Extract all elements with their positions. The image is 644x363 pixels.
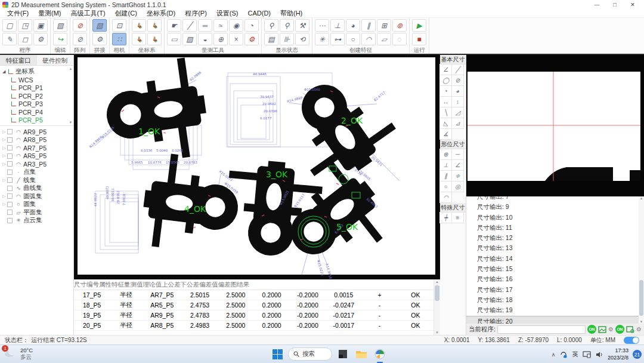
create-parallel-icon[interactable]: ∥ bbox=[361, 19, 376, 32]
open-program-icon[interactable]: ◳ bbox=[18, 19, 32, 32]
report-settings-icon[interactable]: ⚙ bbox=[636, 326, 642, 333]
table-row[interactable]: 19_P5 半径 AR9_P5 2.4783 2.5000 0.2000 -0.… bbox=[74, 310, 434, 321]
tree-item-ar9-p5[interactable]: ▷ ◠ AR9_P5 bbox=[0, 128, 73, 136]
expand-arrow-icon[interactable]: ▷ bbox=[1, 194, 7, 199]
tree-item-point-set[interactable]: · 点集 bbox=[0, 168, 73, 177]
task-view-icon[interactable] bbox=[335, 346, 351, 362]
measure-rect-icon[interactable]: ▭ bbox=[167, 33, 181, 45]
taskbar-clock[interactable]: 17:33 2023/2/8 bbox=[608, 347, 628, 361]
gd-angularity-icon[interactable]: ∠ bbox=[451, 159, 464, 171]
table-header-cell[interactable]: 偏差值 bbox=[199, 281, 218, 289]
expand-arrow-icon[interactable]: ▷ bbox=[1, 130, 7, 134]
coordsys-offset-icon[interactable]: ↳ bbox=[132, 33, 146, 45]
dim-width-h-icon[interactable]: ↔ bbox=[439, 96, 452, 107]
stitch-image-icon[interactable]: ▧ bbox=[92, 19, 107, 32]
tree-item-ar8-p5[interactable]: ▷ ◠ AR8_P5 bbox=[0, 136, 73, 144]
view-3d-icon[interactable]: ⟲ bbox=[295, 33, 309, 45]
output-list-item[interactable]: 尺寸输出: 10 bbox=[477, 213, 644, 223]
close-button[interactable]: ✕ bbox=[624, 0, 642, 9]
gd-roundness-icon[interactable]: ○ bbox=[439, 181, 452, 192]
probe-visibility-icon[interactable]: ⚲ bbox=[264, 19, 278, 32]
run-button[interactable]: ▶ bbox=[412, 19, 426, 32]
visibility-checkbox[interactable] bbox=[7, 202, 13, 207]
maximize-button[interactable]: □ bbox=[606, 0, 624, 9]
dim-angle3-icon[interactable]: ⊿ bbox=[451, 118, 464, 129]
visibility-checkbox[interactable] bbox=[7, 218, 13, 223]
coordsys-edit-icon[interactable]: ↳ bbox=[147, 19, 162, 32]
create-region-icon[interactable]: ⊚ bbox=[392, 19, 407, 32]
measure-focus-icon[interactable]: ⊕ bbox=[213, 33, 228, 45]
step-run-icon[interactable]: ↪ bbox=[53, 33, 67, 45]
sync-tray-icon[interactable] bbox=[559, 350, 568, 358]
stop-button[interactable]: ■ bbox=[412, 33, 426, 45]
array-clear-icon[interactable]: ⊘ bbox=[73, 33, 87, 45]
create-angle-icon[interactable]: ◕ bbox=[346, 19, 360, 32]
table-header-cell[interactable]: 偏差图 bbox=[218, 281, 237, 289]
camera-view[interactable] bbox=[466, 55, 644, 196]
output-list-item[interactable]: 尺寸输出: 14 bbox=[477, 254, 644, 264]
minimize-button[interactable]: — bbox=[588, 0, 606, 9]
start-button[interactable] bbox=[270, 346, 285, 362]
table-scrollbar[interactable]: ▲ ▼ bbox=[434, 279, 440, 335]
sp-combined-icon[interactable]: ┿ bbox=[439, 212, 452, 223]
image-annotate-icon[interactable]: ▧ bbox=[53, 19, 67, 32]
notification-badge[interactable]: 21 bbox=[633, 350, 642, 359]
image-output-icon[interactable] bbox=[598, 326, 606, 333]
gd-straightness-icon[interactable]: ─ bbox=[451, 149, 464, 160]
program-settings-icon[interactable]: ⚙ bbox=[33, 33, 48, 45]
menu-item[interactable]: CAD(D) bbox=[243, 10, 276, 17]
array-measure-icon[interactable]: ⊘ bbox=[73, 19, 87, 32]
table-header-cell[interactable]: 特征 bbox=[112, 281, 124, 289]
tree-item-pcr-p1[interactable]: PCR_P1 bbox=[2, 84, 67, 93]
select-region-icon[interactable]: ◻ bbox=[18, 33, 32, 45]
tree-item-pcr-p2[interactable]: PCR_P2 bbox=[2, 92, 67, 100]
expand-arrow-icon[interactable]: ▷ bbox=[1, 178, 7, 183]
new-program-icon[interactable]: ▢ bbox=[2, 19, 17, 32]
gd-parallelism-icon[interactable]: ∥ bbox=[439, 170, 452, 182]
measure-region-icon[interactable]: ▨ bbox=[182, 33, 197, 45]
output-list-item[interactable]: 尺寸输出: 11 bbox=[477, 223, 644, 233]
weather-widget[interactable]: 1 20°C 多云 bbox=[4, 347, 33, 361]
output-list-item[interactable]: 尺寸输出: 7 bbox=[477, 196, 644, 202]
tab-feature-window[interactable]: 特征窗口 bbox=[0, 55, 37, 65]
gd-concentricity-icon[interactable]: ◎ bbox=[451, 181, 464, 192]
tree-expander-icon[interactable]: ◢ bbox=[2, 69, 8, 74]
expand-arrow-icon[interactable]: ▷ bbox=[1, 137, 7, 142]
measure-arc-icon[interactable]: ◔ bbox=[244, 19, 259, 32]
unit-toggle[interactable] bbox=[624, 337, 639, 344]
visibility-checkbox[interactable] bbox=[7, 137, 13, 143]
visibility-checkbox[interactable] bbox=[7, 145, 13, 150]
dim-line-icon[interactable]: ╲ bbox=[439, 107, 452, 118]
table-header-cell[interactable]: 上公差 bbox=[162, 281, 181, 289]
gd-perpendicularity-icon[interactable]: ⊥ bbox=[439, 159, 452, 171]
measure-config-icon[interactable]: ⚙ bbox=[244, 33, 259, 45]
pick-point-icon[interactable]: ☛ bbox=[167, 19, 181, 32]
display-tray-icon[interactable] bbox=[583, 351, 591, 358]
output-list-item[interactable]: 尺寸输出: 16 bbox=[477, 274, 644, 284]
measure-parallel-icon[interactable]: ═ bbox=[198, 19, 212, 32]
menu-item[interactable]: 量测(M) bbox=[33, 9, 66, 18]
measure-plane-icon[interactable]: ◒ bbox=[198, 33, 212, 45]
tree-item-plane-set[interactable]: ▱ 平面集 bbox=[0, 208, 73, 217]
tree-item-circle-set[interactable]: ▷ ○ 圆集 bbox=[0, 201, 73, 209]
visibility-checkbox[interactable] bbox=[7, 177, 13, 183]
tree-root-coordsys[interactable]: ◢ 坐标系 bbox=[2, 67, 67, 76]
table-header-cell[interactable]: 结果 bbox=[237, 281, 249, 289]
visibility-checkbox[interactable] bbox=[7, 210, 13, 215]
expand-arrow-icon[interactable]: ▷ bbox=[1, 202, 7, 207]
smartghost-app-icon[interactable] bbox=[372, 346, 388, 362]
menu-item[interactable]: 创建(C) bbox=[110, 9, 142, 18]
image-search-icon[interactable] bbox=[626, 326, 634, 333]
dim-radius-icon[interactable]: ◔ bbox=[439, 85, 452, 97]
tree-item-cloud-set[interactable]: ✳ 点云集 bbox=[0, 217, 73, 225]
dim-angle-3p-icon[interactable]: ∡ bbox=[439, 128, 452, 140]
tree-item-curve-set[interactable]: ∿ 曲线集 bbox=[0, 184, 73, 193]
coordsys-plane-icon[interactable]: ↳ bbox=[147, 33, 162, 45]
visibility-checkbox[interactable] bbox=[7, 186, 13, 191]
gd-symmetry-icon[interactable]: ≑ bbox=[451, 170, 464, 182]
menu-item[interactable]: 程序(P) bbox=[180, 9, 212, 18]
tree-item-pcr-p4[interactable]: PCR_P4 bbox=[2, 108, 67, 116]
measure-line-icon[interactable]: ╱ bbox=[182, 19, 197, 32]
ime-indicator[interactable]: 英 bbox=[572, 350, 578, 359]
current-program-input[interactable] bbox=[497, 325, 586, 334]
